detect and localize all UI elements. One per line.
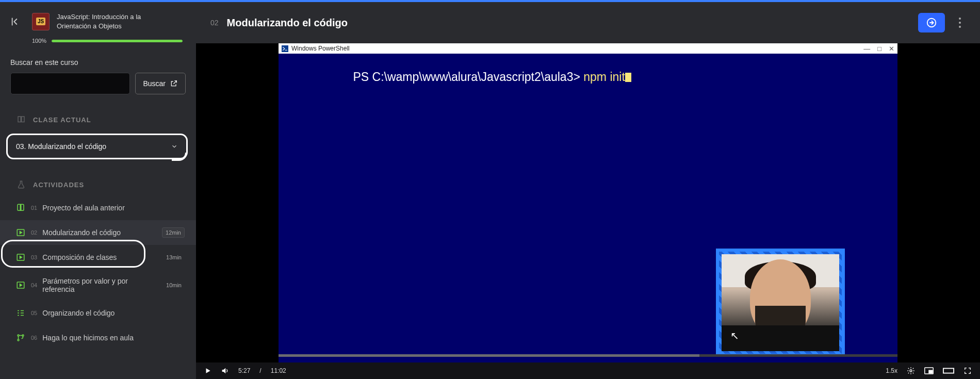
activity-duration: 12min xyxy=(162,227,185,238)
activity-item[interactable]: 05Organizando el código xyxy=(0,301,196,325)
svg-point-8 xyxy=(910,370,912,372)
video-icon xyxy=(15,227,26,238)
video-icon xyxy=(15,280,26,290)
video-frame[interactable]: Windows PowerShell — □ ✕ PS C:\wamp\www\… xyxy=(279,43,897,373)
arrow-right-circle-icon xyxy=(926,17,937,28)
activities-list: 01Proyecto del aula anterior02Modulariza… xyxy=(0,195,196,350)
activity-label: Organizando el código xyxy=(42,309,115,317)
fullscreen-button[interactable] xyxy=(963,367,972,375)
activity-item[interactable]: 03Composición de clases13min xyxy=(0,245,196,270)
video-area: Windows PowerShell — □ ✕ PS C:\wamp\www\… xyxy=(196,43,980,379)
list-icon xyxy=(15,308,26,318)
play-icon xyxy=(204,367,211,374)
activity-number: 05 xyxy=(31,310,37,316)
external-link-icon xyxy=(170,79,178,88)
pip-icon xyxy=(924,367,934,374)
settings-button[interactable] xyxy=(907,367,915,375)
branch-icon xyxy=(15,333,26,343)
activity-number: 01 xyxy=(31,205,37,211)
play-button[interactable] xyxy=(204,367,211,374)
gear-icon xyxy=(907,367,915,375)
close-icon: ✕ xyxy=(889,45,894,53)
sidebar: JavaScript: Introducción a la Orientació… xyxy=(0,2,196,379)
search-label: Buscar en este curso xyxy=(10,58,186,67)
minimize-icon: — xyxy=(863,45,870,53)
video-progress-bar[interactable] xyxy=(279,354,897,357)
chevron-down-icon xyxy=(171,143,178,150)
pip-button[interactable] xyxy=(924,367,934,374)
video-icon xyxy=(15,252,26,262)
activity-number: 04 xyxy=(31,282,37,288)
activity-label: Haga lo que hicimos en aula xyxy=(42,334,134,342)
book-icon xyxy=(17,115,26,124)
search-button-label: Buscar xyxy=(143,79,166,88)
activity-label: Modularizando el código xyxy=(42,228,121,237)
search-input[interactable] xyxy=(10,73,130,94)
more-menu-button[interactable] xyxy=(954,15,966,30)
activity-duration: 10min xyxy=(163,281,185,290)
lesson-title: Modularizando el código xyxy=(227,17,348,29)
activity-number: 02 xyxy=(31,229,37,236)
course-logo xyxy=(32,13,50,30)
current-class-selector[interactable]: 03. Modularizando el código xyxy=(6,134,188,159)
svg-point-3 xyxy=(18,335,19,336)
lesson-number: 02 xyxy=(210,19,219,27)
activity-number: 06 xyxy=(31,335,37,341)
time-separator: / xyxy=(259,367,261,374)
activity-label: Composición de clases xyxy=(42,253,117,261)
fullscreen-icon xyxy=(963,367,972,375)
flask-icon xyxy=(17,180,26,189)
total-time: 11:02 xyxy=(271,367,286,374)
terminal-line: PS C:\wamp\www\alura\Javascript2\aula3> … xyxy=(282,57,631,97)
activity-item[interactable]: 06Haga lo que hicimos en aula xyxy=(0,325,196,350)
section-current-class: CLASE ACTUAL xyxy=(0,100,196,130)
course-title: JavaScript: Introducción a la Orientació… xyxy=(57,12,175,30)
powershell-titlebar: Windows PowerShell — □ ✕ xyxy=(279,43,897,54)
activity-item[interactable]: 04Parámetros por valor y por referencia1… xyxy=(0,270,196,301)
activity-label: Proyecto del aula anterior xyxy=(42,204,125,212)
current-time: 5:27 xyxy=(238,367,250,374)
activity-number: 03 xyxy=(31,254,37,260)
activity-label: Parámetros por valor y por referencia xyxy=(42,277,135,293)
activity-duration: 13min xyxy=(163,253,185,262)
svg-point-4 xyxy=(18,339,19,341)
course-progress: 100% xyxy=(0,36,196,49)
activity-item[interactable]: 01Proyecto del aula anterior xyxy=(0,195,196,220)
back-button[interactable] xyxy=(7,13,25,30)
lesson-header: 02 Modularizando el código xyxy=(196,2,980,43)
presenter-pip xyxy=(716,249,845,357)
volume-icon xyxy=(221,367,229,375)
svg-rect-10 xyxy=(929,370,933,373)
book-icon xyxy=(15,203,26,213)
maximize-icon: □ xyxy=(877,45,881,53)
section-activities: ACTIVIDADES xyxy=(0,164,196,195)
main-area: 02 Modularizando el código Windows Power… xyxy=(196,2,980,379)
playback-speed[interactable]: 1.5x xyxy=(886,367,897,374)
video-controls: 5:27 / 11:02 1.5x xyxy=(196,362,980,379)
theater-icon xyxy=(943,368,954,374)
volume-button[interactable] xyxy=(221,367,229,375)
powershell-icon xyxy=(282,45,288,52)
search-button[interactable]: Buscar xyxy=(135,73,186,94)
next-lesson-button[interactable] xyxy=(918,13,945,32)
activity-item[interactable]: 02Modularizando el código12min xyxy=(0,220,196,245)
current-class-label: 03. Modularizando el código xyxy=(16,142,106,151)
theater-button[interactable] xyxy=(943,368,954,374)
svg-rect-11 xyxy=(943,368,954,373)
progress-percent: 100% xyxy=(32,38,46,44)
